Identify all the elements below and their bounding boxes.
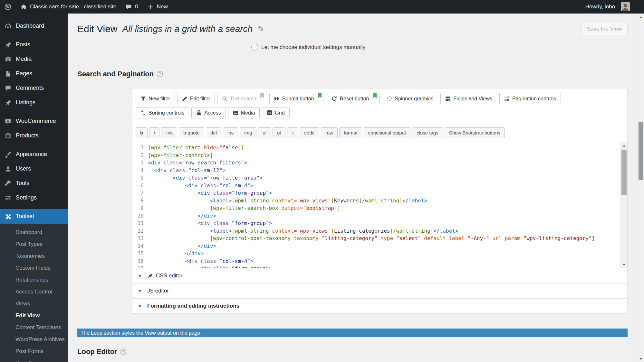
- wordpress-logo-menu[interactable]: W: [0, 0, 16, 14]
- quicktag-li-button[interactable]: li: [287, 127, 298, 138]
- toolset-icon: [4, 213, 12, 220]
- code-line: <div class="row filter-area">: [148, 174, 620, 182]
- submenu-item-relationships[interactable]: Relationships: [0, 274, 68, 286]
- help-icon[interactable]: ?: [157, 71, 163, 77]
- code-line: </div>: [148, 242, 620, 250]
- manual-settings-label[interactable]: Let me choose individual settings manual…: [261, 44, 365, 51]
- users-icon: [4, 165, 12, 172]
- new-filter-button[interactable]: New filter: [136, 93, 175, 104]
- quicktag-b-quote-button[interactable]: b-quote: [179, 127, 204, 138]
- access-button[interactable]: Access: [191, 107, 226, 118]
- sidebar-item-toolset[interactable]: Toolset: [0, 209, 68, 224]
- quicktag-i-button[interactable]: i: [149, 127, 159, 138]
- search-pagination-heading: Search and Pagination: [77, 70, 154, 78]
- sidebar-item-woocommerce[interactable]: WWooCommerce: [0, 114, 68, 128]
- text-search-button[interactable]: Text search: [217, 93, 267, 104]
- quicktag-show-bootstrap-buttons-button[interactable]: Show Bootstrap buttons: [445, 127, 505, 138]
- sidebar-item-products[interactable]: Products: [0, 128, 68, 143]
- submenu-item-edit-view[interactable]: Edit View: [0, 310, 68, 322]
- new-content-menu[interactable]: New: [143, 0, 172, 14]
- sidebar-item-dashboard[interactable]: Dashboard: [0, 19, 68, 33]
- new-label: New: [157, 4, 168, 10]
- page-scroll-up-icon[interactable]: ▲: [638, 14, 644, 20]
- quicktag-code-button[interactable]: code: [300, 127, 319, 138]
- quicktag-conditional-output-button[interactable]: conditional output: [364, 127, 411, 138]
- sidebar-item-settings[interactable]: Settings: [0, 190, 68, 205]
- quicktag-ul-button[interactable]: ul: [258, 127, 271, 138]
- account-menu[interactable]: Howdy, lobo: [581, 2, 634, 11]
- admin-bar-right: Howdy, lobo: [581, 0, 644, 14]
- formatting-and-editing-instructions-toggle[interactable]: ▼Formatting and editing instructions: [132, 298, 627, 313]
- sidebar-item-appearance[interactable]: Appearance: [0, 147, 68, 162]
- sidebar-item-tools[interactable]: Tools: [0, 176, 68, 190]
- page-scroll-down-icon[interactable]: ▼: [638, 356, 644, 362]
- code-area: [wpv-filter-start hide="false"][wpv-filt…: [147, 142, 620, 268]
- quicktag-b-button[interactable]: b: [136, 127, 148, 138]
- sidebar-item-listings[interactable]: Listings: [0, 95, 68, 110]
- help-icon[interactable]: ?: [120, 348, 126, 355]
- line-numbers: 1234567891011121314151617: [132, 142, 147, 268]
- line-number: 15: [132, 250, 144, 257]
- submit-button-button[interactable]: Submit button: [269, 93, 325, 104]
- site-name-menu[interactable]: Classic cars for sale - classified site: [16, 0, 121, 14]
- page-scrollbar-thumb[interactable]: [639, 122, 643, 180]
- code-editor[interactable]: 1234567891011121314151617 [wpv-filter-st…: [132, 142, 627, 268]
- grid-button[interactable]: BGrid: [262, 107, 289, 118]
- spinner-graphics-button[interactable]: Spinner graphics: [382, 93, 438, 104]
- line-number: 4: [132, 167, 144, 174]
- quicktag-link-button[interactable]: link: [161, 127, 178, 138]
- pagination-controls-button[interactable]: 19Pagination controls: [499, 93, 561, 104]
- js-editor-toggle[interactable]: ▼JS editor: [132, 283, 627, 298]
- submenu-item-post-forms[interactable]: Post Forms: [0, 346, 68, 357]
- submenu-item-access-control[interactable]: Access Control: [0, 286, 68, 298]
- wordpress-logo-icon: W: [5, 4, 11, 10]
- quicktag-raw-button[interactable]: raw: [321, 127, 338, 138]
- pushpin-icon[interactable]: [147, 273, 153, 279]
- editor-scrollbar[interactable]: ▲ ▼: [620, 142, 627, 268]
- sidebar-item-label: WooCommerce: [16, 118, 56, 125]
- quicktag-img-button[interactable]: img: [240, 127, 256, 138]
- quicktag-ins-button[interactable]: ins: [223, 127, 238, 138]
- sidebar-item-media[interactable]: Media: [0, 52, 68, 66]
- comments-menu[interactable]: 0: [121, 0, 142, 14]
- css-editor-toggle[interactable]: ▼CSS editor: [132, 268, 627, 283]
- sidebar-item-users[interactable]: Users: [0, 162, 68, 176]
- admin-sidebar: DashboardPostsMediaPagesCommentsListings…: [0, 14, 68, 362]
- edit-filter-button[interactable]: Edit filter: [177, 93, 215, 104]
- submenu-item-post-types[interactable]: Post Types: [0, 238, 68, 250]
- page-scrollbar[interactable]: ▲ ▼: [638, 14, 644, 362]
- manual-settings-radio[interactable]: [251, 44, 258, 51]
- button-label: Fields and Views: [453, 96, 492, 102]
- submenu-item-wordpress-archives[interactable]: WordPress Archives: [0, 334, 68, 346]
- code-line: <label>[wpml-string context="wpv-views"]…: [148, 227, 620, 235]
- editor-scrollbar-thumb[interactable]: [621, 150, 627, 195]
- save-view-button[interactable]: Save the View: [581, 23, 628, 35]
- sidebar-item-posts[interactable]: Posts: [0, 37, 68, 52]
- woocommerce-icon: W: [4, 118, 12, 125]
- button-label: Edit filter: [190, 96, 210, 102]
- edit-title-pencil-icon[interactable]: ✎: [257, 24, 264, 34]
- scroll-up-icon[interactable]: ▲: [621, 142, 627, 149]
- submenu-item-taxonomies[interactable]: Taxonomies: [0, 250, 68, 262]
- view-title: All listings in a grid with a search: [122, 24, 253, 34]
- submenu-item-views[interactable]: Views: [0, 298, 68, 310]
- reset-button-button[interactable]: Reset button: [327, 93, 380, 104]
- quicktag-del-button[interactable]: del: [206, 127, 221, 138]
- submenu-item-dashboard[interactable]: Dashboard: [0, 227, 68, 238]
- quicktag-format-button[interactable]: format: [339, 127, 362, 138]
- sidebar-item-comments[interactable]: Comments: [0, 81, 68, 95]
- loop-notice: The Loop section styles the View output …: [77, 329, 628, 337]
- svg-text:9: 9: [504, 99, 506, 101]
- sorting-controls-button[interactable]: Sorting controls: [136, 107, 189, 118]
- quicktag-ol-button[interactable]: ol: [273, 127, 285, 138]
- sidebar-item-pages[interactable]: Pages: [0, 66, 68, 81]
- submenu-item-content-templates[interactable]: Content Templates: [0, 322, 68, 334]
- fields-and-views-button[interactable]: Fields and Views: [440, 93, 497, 104]
- submenu-item-user-forms[interactable]: User Forms: [0, 357, 68, 362]
- submenu-item-custom-fields[interactable]: Custom Fields: [0, 262, 68, 274]
- media-button[interactable]: Media: [228, 107, 260, 118]
- shortcode-toolbar: New filterEdit filterText searchSubmit b…: [132, 89, 627, 123]
- scroll-down-icon[interactable]: ▼: [621, 262, 627, 268]
- quicktag-close-tags-button[interactable]: close tags: [412, 127, 443, 138]
- grid-icon: B: [267, 110, 272, 116]
